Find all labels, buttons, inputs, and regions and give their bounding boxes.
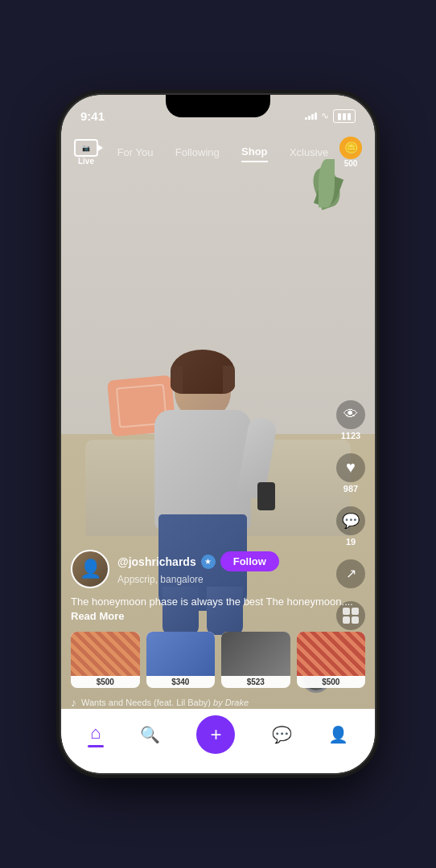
nav-tabs: For You Following Shop Xclusive <box>106 142 339 162</box>
username-row: @joshrichards ★ Follow <box>117 551 365 571</box>
add-button[interactable]: + <box>196 715 235 754</box>
like-count: 987 <box>343 484 358 493</box>
bottom-overlay: 👤 @joshrichards ★ Follow Appscrip, banga… <box>61 550 375 709</box>
comment-icon: 💬 <box>336 506 365 535</box>
product-card-1[interactable]: $500 <box>71 632 140 688</box>
coin-icon: 🪙 <box>339 137 362 159</box>
product-price-3: $523 <box>221 676 290 688</box>
tab-for-you[interactable]: For You <box>117 143 154 162</box>
heart-icon: ♥ <box>336 453 365 482</box>
music-song-name: Wants and Needs (feat. Lil Baby) by Drak… <box>81 698 249 707</box>
signal-bars <box>305 113 317 120</box>
live-label: Live <box>78 157 94 166</box>
verified-badge: ★ <box>201 555 216 569</box>
home-icon: ⌂ <box>90 723 101 743</box>
nav-item-messages[interactable]: 💬 <box>262 719 302 751</box>
phone-container: 9:41 ∿ ▮▮▮ 📷 <box>0 0 436 868</box>
user-details: @joshrichards ★ Follow Appscrip, bangalo… <box>117 551 365 586</box>
like-item[interactable]: ♥ 987 <box>336 453 365 493</box>
song-title: Wants and Needs (feat. Lil Baby) <box>81 698 211 707</box>
product-card-3[interactable]: $523 <box>221 632 290 688</box>
star-icon: ★ <box>204 557 212 566</box>
read-more-button[interactable]: Read More <box>71 610 124 622</box>
nav-item-search[interactable]: 🔍 <box>130 719 170 751</box>
notch <box>166 95 270 117</box>
wifi-icon: ∿ <box>321 110 329 121</box>
messages-icon: 💬 <box>272 725 292 744</box>
signal-bar-1 <box>305 117 307 120</box>
eye-icon: 👁 <box>336 400 365 429</box>
battery-icon: ▮▮▮ <box>333 109 356 123</box>
phone-screen: 9:41 ∿ ▮▮▮ 📷 <box>61 95 375 773</box>
tab-following[interactable]: Following <box>175 143 220 162</box>
caption: The honeymoon phase is always the best T… <box>71 595 365 624</box>
product-image-2 <box>146 632 216 676</box>
product-image-4 <box>297 632 366 676</box>
product-price-2: $340 <box>146 676 216 688</box>
product-price-1: $500 <box>71 676 140 688</box>
live-icon-inner: 📷 <box>82 145 90 152</box>
product-card-4[interactable]: $500 <box>297 632 366 688</box>
coins-badge[interactable]: 🪙 500 <box>339 137 362 168</box>
music-by-label: by <box>213 698 225 707</box>
product-price-4: $500 <box>297 676 366 688</box>
home-active-indicator <box>88 745 104 747</box>
username[interactable]: @joshrichards <box>117 555 196 568</box>
avatar[interactable]: 👤 <box>71 550 109 588</box>
artist-name: Drake <box>225 698 249 707</box>
tab-shop[interactable]: Shop <box>241 142 268 162</box>
follow-button[interactable]: Follow <box>220 551 279 571</box>
plus-icon: + <box>210 723 221 746</box>
user-location: Appscrip, bangalore <box>117 574 204 585</box>
search-icon: 🔍 <box>140 725 160 744</box>
product-card-2[interactable]: $340 <box>146 632 216 688</box>
caption-text: The honeymoon phase is always the best T… <box>71 596 353 608</box>
live-button[interactable]: 📷 Live <box>74 139 98 166</box>
live-camera-icon: 📷 <box>74 139 98 157</box>
status-icons: ∿ ▮▮▮ <box>305 109 356 123</box>
music-note-icon: ♪ <box>71 696 76 709</box>
products-row: $500 $340 $523 $500 <box>71 632 365 688</box>
coin-count: 500 <box>344 159 358 168</box>
nav-item-profile[interactable]: 👤 <box>319 719 358 751</box>
bottom-nav: ⌂ 🔍 + 💬 👤 <box>61 709 375 773</box>
product-image-1 <box>71 632 140 676</box>
comment-item[interactable]: 💬 19 <box>336 506 365 547</box>
nav-item-add[interactable]: + <box>187 709 245 760</box>
music-bar: ♪ Wants and Needs (feat. Lil Baby) by Dr… <box>71 696 365 709</box>
tab-xclusive[interactable]: Xclusive <box>290 143 328 162</box>
signal-bar-2 <box>308 116 311 120</box>
user-info: 👤 @joshrichards ★ Follow Appscrip, banga… <box>71 550 365 588</box>
signal-bar-4 <box>315 113 317 120</box>
view-count: 1123 <box>341 431 360 440</box>
profile-icon: 👤 <box>328 725 348 744</box>
top-nav: 📷 Live For You Following Shop Xclusive 🪙… <box>61 130 375 174</box>
view-count-item: 👁 1123 <box>336 400 365 440</box>
status-time: 9:41 <box>80 109 105 123</box>
phone-frame: 9:41 ∿ ▮▮▮ 📷 <box>61 95 375 773</box>
comment-count: 19 <box>346 537 356 547</box>
product-image-3 <box>221 632 290 676</box>
signal-bar-3 <box>311 114 314 120</box>
nav-item-home[interactable]: ⌂ <box>78 716 113 754</box>
